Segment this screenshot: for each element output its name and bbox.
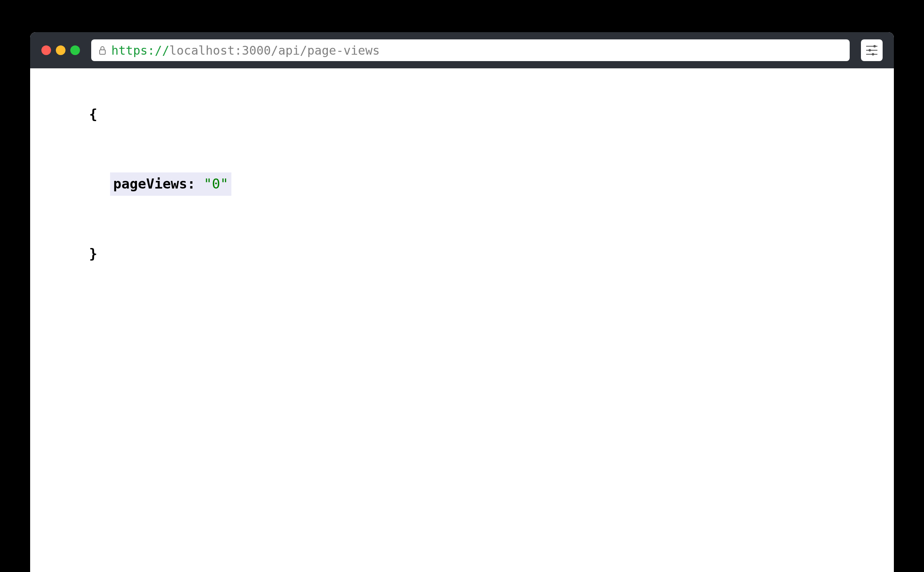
maximize-window-button[interactable] — [70, 45, 80, 55]
url-path: localhost:3000/api/page-views — [170, 43, 380, 57]
minimize-window-button[interactable] — [56, 45, 65, 55]
settings-icon — [866, 46, 877, 55]
settings-button[interactable] — [861, 39, 883, 61]
response-body: { pageViews: "0" } — [30, 68, 894, 572]
lock-icon — [98, 45, 106, 55]
json-property: pageViews: "0" — [110, 172, 232, 196]
json-key: pageViews: — [113, 176, 196, 192]
browser-window: https://localhost:3000/api/page-views { … — [30, 32, 894, 572]
json-brace-close: } — [89, 246, 97, 262]
window-controls — [41, 45, 80, 55]
browser-title-bar: https://localhost:3000/api/page-views — [30, 32, 894, 68]
close-window-button[interactable] — [41, 45, 51, 55]
svg-rect-0 — [100, 50, 105, 54]
json-brace-open: { — [89, 106, 97, 122]
url-protocol: https:// — [111, 43, 170, 57]
json-value: "0" — [204, 176, 228, 192]
url-text: https://localhost:3000/api/page-views — [111, 43, 380, 57]
address-bar[interactable]: https://localhost:3000/api/page-views — [91, 39, 850, 61]
